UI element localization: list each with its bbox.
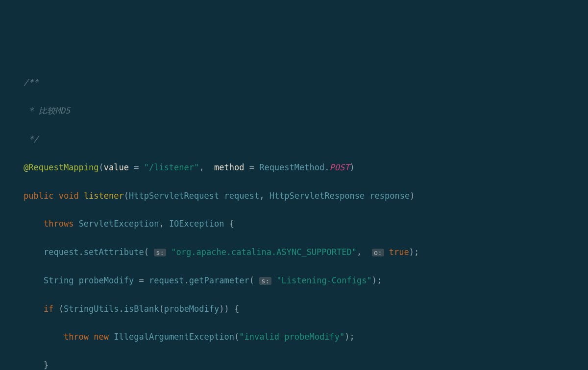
paren-close: ): [409, 247, 414, 257]
paren-close: ): [219, 304, 224, 314]
paren-open: (: [249, 276, 254, 285]
space: [109, 332, 114, 342]
brace-close: }: [44, 360, 49, 370]
param-name: request: [224, 191, 260, 201]
dot: .: [324, 162, 329, 172]
throw-statement: throw new IllegalArgumentException("inva…: [0, 330, 588, 344]
keyword-true: true: [389, 247, 409, 257]
keyword-throws: throws: [44, 219, 74, 229]
space: [74, 219, 78, 229]
equals: =: [134, 276, 149, 285]
param-key: value: [104, 162, 129, 172]
var-name: probeModify: [79, 276, 134, 285]
paren-open: (: [144, 247, 149, 257]
var-ref: request: [149, 276, 184, 285]
space: [79, 191, 84, 201]
string-literal: "Listening-Configs": [276, 276, 371, 285]
comma: ,: [259, 191, 269, 201]
comment-text: * 比较MD5: [24, 106, 70, 116]
paren-close: ): [344, 332, 349, 342]
throws-clause: throws ServletException, IOException {: [0, 217, 588, 231]
var-ref: request: [44, 247, 79, 257]
semicolon: ;: [377, 276, 382, 285]
exception-type: ServletException: [79, 219, 159, 229]
class-name: RequestMethod: [259, 162, 324, 172]
method-call: isBlank: [124, 304, 159, 314]
class-name: IllegalArgumentException: [114, 332, 234, 342]
paren-open: (: [159, 304, 164, 314]
keyword-void: void: [59, 191, 79, 201]
space: [53, 304, 58, 314]
semicolon: ;: [349, 332, 354, 342]
dot: .: [119, 304, 124, 314]
paren-close: ): [224, 304, 229, 314]
string-literal: "org.apache.catalina.ASYNC_SUPPORTED": [171, 247, 357, 257]
param-key: method: [214, 162, 244, 172]
var-ref: probeModify: [164, 304, 220, 314]
enum-constant: POST: [329, 162, 349, 172]
method-name: listener: [84, 191, 124, 201]
equals: =: [244, 162, 259, 172]
brace-open: {: [229, 304, 239, 314]
comma: ,: [159, 219, 169, 229]
space: [89, 332, 94, 342]
dot: .: [79, 247, 84, 257]
statement-getparam: String probeModify = request.getParamete…: [0, 274, 588, 288]
string-literal: "/listener": [144, 162, 199, 172]
space: [53, 191, 58, 201]
space: [74, 276, 78, 285]
code-editor[interactable]: /** * 比较MD5 */ @RequestMapping(value = "…: [0, 62, 588, 370]
exception-type: IOException: [169, 219, 224, 229]
paren-open: (: [124, 191, 129, 201]
doc-comment-body: * 比较MD5: [0, 104, 588, 118]
type-name: HttpServletRequest: [129, 191, 219, 201]
method-call: getParameter: [189, 276, 249, 285]
class-ref: StringUtils: [64, 304, 119, 314]
keyword-throw: throw: [64, 332, 89, 342]
keyword-new: new: [94, 332, 109, 342]
brace-close-line: }: [0, 358, 588, 370]
annotation-line: @RequestMapping(value = "/listener", met…: [0, 161, 588, 175]
keyword-if: if: [44, 304, 53, 314]
statement-setattribute: request.setAttribute( s: "org.apache.cat…: [0, 245, 588, 259]
brace-open: {: [224, 219, 234, 229]
paren-open: (: [59, 304, 64, 314]
if-statement: if (StringUtils.isBlank(probeModify)) {: [0, 302, 588, 316]
method-call: setAttribute: [84, 247, 144, 257]
equals: =: [129, 162, 144, 172]
annotation-name: @RequestMapping: [24, 162, 99, 172]
keyword-public: public: [24, 191, 53, 201]
param-hint-icon: s:: [259, 277, 271, 285]
semicolon: ;: [414, 247, 419, 257]
comma: ,: [357, 247, 367, 257]
comma: ,: [199, 162, 209, 172]
comment-text: /**: [24, 77, 39, 87]
space: [219, 191, 224, 201]
paren-close: ): [372, 276, 377, 285]
type-name: String: [44, 276, 74, 285]
paren-open: (: [234, 332, 239, 342]
param-hint-icon: o:: [372, 249, 384, 256]
paren-close: ): [410, 191, 415, 201]
space: [209, 162, 214, 172]
comment-text: */: [24, 134, 39, 144]
doc-comment-open: /**: [0, 75, 588, 90]
type-name: HttpServletResponse: [270, 191, 365, 201]
paren-open: (: [99, 162, 104, 172]
method-signature: public void listener(HttpServletRequest …: [0, 189, 588, 203]
space: [365, 191, 369, 201]
paren-close: ): [349, 162, 354, 172]
param-name: response: [369, 191, 410, 201]
dot: .: [184, 276, 189, 285]
string-literal: "invalid probeModify": [239, 332, 344, 342]
doc-comment-close: */: [0, 132, 588, 146]
param-hint-icon: s:: [154, 249, 166, 256]
